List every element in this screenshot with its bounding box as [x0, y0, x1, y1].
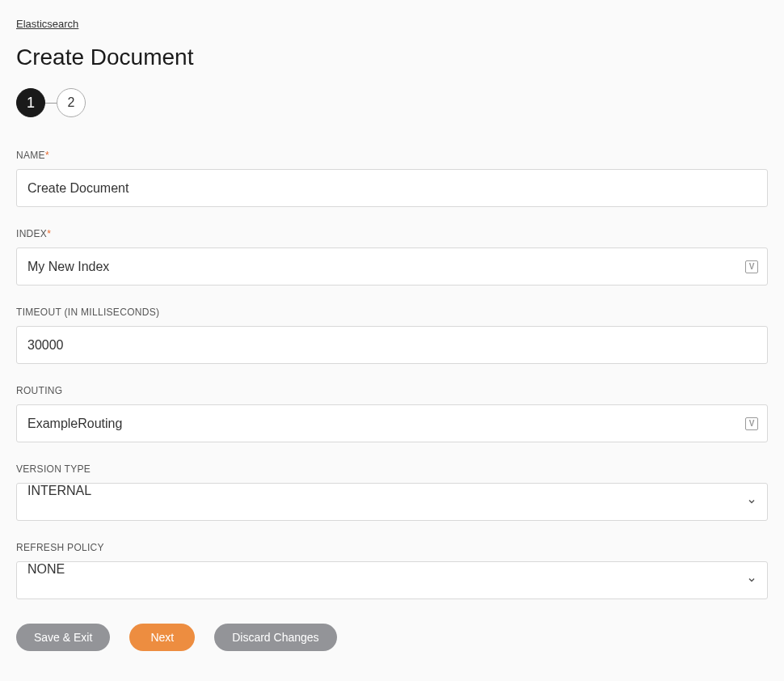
- index-label: INDEX*: [16, 228, 768, 239]
- form-group-routing: ROUTING V: [16, 385, 768, 442]
- routing-label: ROUTING: [16, 385, 768, 396]
- index-label-text: INDEX: [16, 228, 47, 239]
- step-2[interactable]: 2: [57, 88, 86, 117]
- index-input[interactable]: [16, 247, 768, 286]
- required-asterisk: *: [47, 228, 51, 239]
- next-button[interactable]: Next: [129, 624, 195, 651]
- breadcrumb-elasticsearch[interactable]: Elasticsearch: [16, 18, 78, 30]
- page-title: Create Document: [16, 44, 768, 70]
- form-group-timeout: TIMEOUT (IN MILLISECONDS): [16, 307, 768, 364]
- save-exit-button[interactable]: Save & Exit: [16, 624, 110, 651]
- routing-input[interactable]: [16, 404, 768, 442]
- form-group-version-type: VERSION TYPE INTERNAL: [16, 463, 768, 521]
- name-label: NAME*: [16, 150, 768, 161]
- refresh-policy-label: REFRESH POLICY: [16, 542, 768, 553]
- timeout-label: TIMEOUT (IN MILLISECONDS): [16, 307, 768, 318]
- required-asterisk: *: [45, 150, 49, 161]
- stepper: 1 2: [16, 88, 768, 117]
- form-group-index: INDEX* V: [16, 228, 768, 286]
- variable-icon[interactable]: V: [745, 417, 758, 430]
- name-label-text: NAME: [16, 150, 45, 161]
- button-row: Save & Exit Next Discard Changes: [16, 624, 768, 651]
- step-connector: [45, 103, 57, 104]
- name-input[interactable]: [16, 169, 768, 207]
- timeout-input[interactable]: [16, 326, 768, 364]
- refresh-policy-select[interactable]: NONE: [16, 561, 768, 599]
- form-group-name: NAME*: [16, 150, 768, 207]
- form-group-refresh-policy: REFRESH POLICY NONE: [16, 542, 768, 599]
- version-type-label: VERSION TYPE: [16, 463, 768, 475]
- variable-icon[interactable]: V: [745, 260, 758, 273]
- version-type-select[interactable]: INTERNAL: [16, 483, 768, 521]
- step-1[interactable]: 1: [16, 88, 45, 117]
- discard-changes-button[interactable]: Discard Changes: [214, 624, 336, 651]
